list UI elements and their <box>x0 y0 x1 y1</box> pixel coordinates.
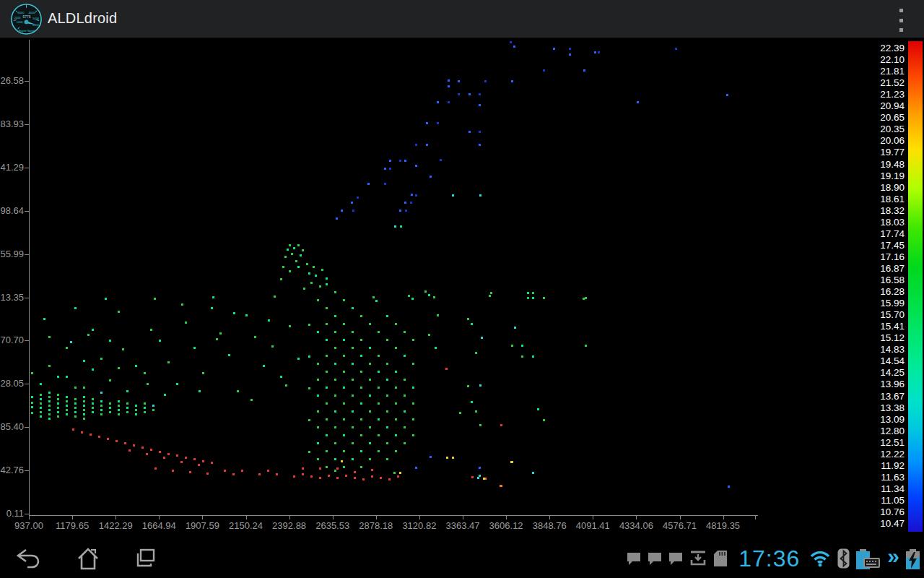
scatter-point <box>326 323 328 325</box>
y-axis-tick-label: 41.29 <box>0 162 24 173</box>
notification-chat-icon <box>627 552 641 566</box>
scatter-point <box>369 323 371 325</box>
scatter-point <box>369 426 371 428</box>
colorbar-value-label: 18.90 <box>870 182 905 194</box>
scatter-point <box>98 436 100 438</box>
scatter-point <box>415 467 417 469</box>
scatter-point <box>380 477 382 479</box>
scatter-point <box>109 407 111 409</box>
scatter-point <box>384 183 386 185</box>
scatter-point <box>360 371 362 373</box>
scatter-point <box>433 296 435 298</box>
scatter-point <box>369 410 371 413</box>
scatter-point <box>293 475 295 478</box>
x-axis-tick-label: 3606.12 <box>484 520 528 531</box>
scatter-point <box>326 307 328 309</box>
scatter-point <box>118 409 120 411</box>
scatter-point <box>303 288 305 290</box>
x-axis-tick <box>289 515 290 519</box>
scatter-point <box>126 407 128 409</box>
scatter-point <box>48 392 51 394</box>
scatter-point <box>430 176 432 178</box>
scatter-point <box>224 470 226 472</box>
overflow-menu-icon[interactable] <box>894 9 908 32</box>
bluetooth-icon <box>837 548 850 569</box>
home-button[interactable] <box>66 544 110 573</box>
y-axis-tick <box>25 470 29 471</box>
scatter-point <box>92 368 94 371</box>
y-axis-line <box>29 40 30 516</box>
scatter-point <box>66 376 68 378</box>
scatter-point <box>48 413 51 415</box>
scatter-point <box>135 413 137 415</box>
scatter-point <box>280 376 282 378</box>
scatter-point <box>395 371 397 373</box>
scatter-plot-area[interactable]: 22.3922.1021.8121.5221.2320.9420.6520.35… <box>0 0 924 578</box>
colorbar-value-label: 11.34 <box>870 483 905 495</box>
scatter-point <box>48 405 51 407</box>
scatter-point <box>100 400 103 402</box>
scatter-point <box>74 411 77 413</box>
colorbar-value-label: 10.76 <box>870 506 905 518</box>
scatter-point <box>144 402 146 405</box>
expand-chevrons-icon: » <box>887 545 899 567</box>
scatter-point <box>48 418 51 420</box>
scatter-point <box>411 298 414 300</box>
scatter-point <box>500 424 502 426</box>
scatter-point <box>395 450 397 452</box>
scatter-point <box>185 457 187 459</box>
colorbar-value-label: 19.77 <box>870 147 905 158</box>
scatter-point <box>274 296 276 298</box>
scatter-point <box>408 295 410 297</box>
scatter-point <box>31 402 33 404</box>
x-axis-tick <box>463 515 463 519</box>
colorbar-value-label: 16.58 <box>870 275 905 286</box>
x-axis-tick <box>593 515 593 519</box>
scatter-point <box>48 336 51 338</box>
scatter-point <box>40 398 42 400</box>
scatter-point <box>258 473 261 475</box>
scatter-point <box>43 318 45 320</box>
recents-button[interactable] <box>124 544 167 573</box>
x-axis-tick-label: 4576.71 <box>658 520 702 531</box>
scatter-point <box>144 372 146 374</box>
y-axis-tick-label: 0.11 <box>0 508 24 519</box>
scatter-point <box>369 442 371 444</box>
scatter-point <box>360 450 362 452</box>
scatter-point <box>637 101 639 103</box>
scatter-point <box>484 80 487 82</box>
scatter-point <box>40 402 42 405</box>
scatter-point <box>57 407 59 409</box>
scatter-point <box>412 402 414 405</box>
home-icon <box>74 545 103 571</box>
scatter-point <box>83 396 85 398</box>
scatter-point <box>378 402 380 405</box>
scatter-point <box>206 473 209 475</box>
scatter-point <box>334 291 336 293</box>
status-tray[interactable]: 17:36 » <box>627 543 920 574</box>
scatter-point <box>83 413 85 415</box>
scatter-point <box>133 444 135 447</box>
colorbar-value-label: 22.10 <box>870 54 905 66</box>
scatter-point <box>31 372 33 374</box>
scatter-point <box>479 104 481 106</box>
scatter-point <box>389 168 391 170</box>
colorbar-value-label: 15.41 <box>870 321 905 332</box>
scatter-point <box>83 418 85 420</box>
scatter-point <box>386 363 388 365</box>
scatter-point <box>146 453 148 455</box>
back-button[interactable] <box>6 544 49 573</box>
x-axis-tick-label: 3848.76 <box>528 520 571 531</box>
x-axis-line <box>29 515 758 516</box>
x-axis-tick <box>755 515 756 519</box>
colorbar-value-label: 12.51 <box>870 437 905 449</box>
x-axis-tick-label: 2878.18 <box>354 520 398 531</box>
scatter-point <box>57 415 59 418</box>
scatter-point <box>352 394 354 397</box>
scatter-point <box>378 450 380 452</box>
scatter-point <box>326 387 328 389</box>
x-axis-tick <box>159 515 160 519</box>
sdcard-icon <box>713 550 728 567</box>
scatter-point <box>378 331 380 333</box>
scatter-point <box>317 426 319 428</box>
